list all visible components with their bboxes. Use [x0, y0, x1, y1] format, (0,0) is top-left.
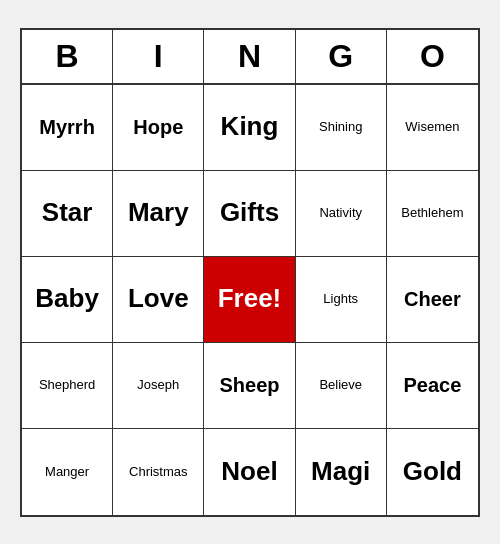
bingo-cell: Lights [296, 257, 387, 343]
bingo-cell: Hope [113, 85, 204, 171]
bingo-cell: Magi [296, 429, 387, 515]
header-letter: I [113, 30, 204, 83]
bingo-cell: Baby [22, 257, 113, 343]
bingo-cell: Myrrh [22, 85, 113, 171]
header-letter: N [204, 30, 295, 83]
bingo-cell: Nativity [296, 171, 387, 257]
cell-text: Cheer [404, 287, 461, 311]
bingo-cell: Noel [204, 429, 295, 515]
cell-text: Gifts [220, 197, 279, 228]
bingo-cell: Wisemen [387, 85, 478, 171]
free-cell: Free! [204, 257, 295, 343]
cell-text: Love [128, 283, 189, 314]
bingo-card: BINGO MyrrhHopeKingShiningWisemenStarMar… [20, 28, 480, 517]
header-letter: O [387, 30, 478, 83]
bingo-cell: Star [22, 171, 113, 257]
cell-text: Gold [403, 456, 462, 487]
bingo-cell: Peace [387, 343, 478, 429]
cell-text: Sheep [219, 373, 279, 397]
cell-text: Noel [221, 456, 277, 487]
bingo-cell: Gold [387, 429, 478, 515]
cell-text: Wisemen [405, 119, 459, 135]
cell-text: Peace [403, 373, 461, 397]
bingo-cell: Love [113, 257, 204, 343]
bingo-cell: King [204, 85, 295, 171]
bingo-cell: Joseph [113, 343, 204, 429]
cell-text: King [221, 111, 279, 142]
header-letter: G [296, 30, 387, 83]
cell-text: Baby [35, 283, 99, 314]
bingo-cell: Gifts [204, 171, 295, 257]
bingo-header: BINGO [22, 30, 478, 85]
cell-text: Hope [133, 115, 183, 139]
bingo-cell: Mary [113, 171, 204, 257]
cell-text: Christmas [129, 464, 188, 480]
bingo-cell: Shepherd [22, 343, 113, 429]
cell-text: Manger [45, 464, 89, 480]
bingo-grid: MyrrhHopeKingShiningWisemenStarMaryGifts… [22, 85, 478, 515]
cell-text: Magi [311, 456, 370, 487]
bingo-cell: Christmas [113, 429, 204, 515]
bingo-cell: Shining [296, 85, 387, 171]
cell-text: Star [42, 197, 93, 228]
cell-text: Myrrh [39, 115, 95, 139]
cell-text: Free! [218, 283, 282, 314]
bingo-cell: Believe [296, 343, 387, 429]
bingo-cell: Sheep [204, 343, 295, 429]
cell-text: Nativity [319, 205, 362, 221]
cell-text: Believe [319, 377, 362, 393]
cell-text: Shepherd [39, 377, 95, 393]
bingo-cell: Cheer [387, 257, 478, 343]
bingo-cell: Manger [22, 429, 113, 515]
cell-text: Bethlehem [401, 205, 463, 221]
cell-text: Shining [319, 119, 362, 135]
bingo-cell: Bethlehem [387, 171, 478, 257]
cell-text: Joseph [137, 377, 179, 393]
cell-text: Mary [128, 197, 189, 228]
header-letter: B [22, 30, 113, 83]
cell-text: Lights [323, 291, 358, 307]
